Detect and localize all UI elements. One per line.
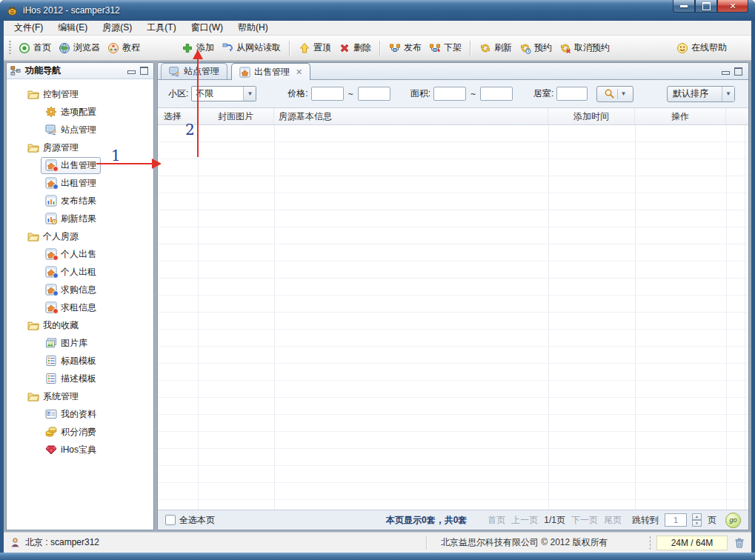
tree-label: 图片库 xyxy=(61,337,87,350)
sort-select[interactable]: 默认排序 ▼ xyxy=(667,86,735,102)
sidebar-item-personal-rent[interactable]: 个人出租 xyxy=(7,263,153,281)
go-button[interactable]: go xyxy=(725,513,741,528)
sidebar-item-rent-management[interactable]: 出租管理 xyxy=(7,174,153,192)
restore-button[interactable] xyxy=(695,0,717,13)
trash-icon[interactable] xyxy=(734,537,745,549)
sidebar-item-my-favorites[interactable]: 我的收藏 xyxy=(7,316,153,334)
template-icon xyxy=(45,373,57,384)
sidebar-item-title-templates[interactable]: 标题模板 xyxy=(7,352,153,370)
sidebar-item-points-consumption[interactable]: 积分消费 xyxy=(7,423,153,441)
tree-label: 描述模板 xyxy=(61,373,96,385)
menu-tools[interactable]: 工具(T) xyxy=(139,21,183,35)
tree-label: 个人房源 xyxy=(43,230,79,243)
sidebar-item-option-config[interactable]: 选项配置 xyxy=(7,103,153,121)
sidebar-item-sale-management[interactable]: 出售管理 xyxy=(7,156,153,174)
publish-button[interactable]: 发布 xyxy=(385,39,425,56)
photos-icon xyxy=(45,337,57,349)
menu-window[interactable]: 窗口(W) xyxy=(184,21,230,35)
divider xyxy=(617,89,618,99)
pin-top-button[interactable]: 置顶 xyxy=(295,39,335,56)
panel-maximize-icon[interactable] xyxy=(140,67,148,75)
jump-page-input[interactable] xyxy=(665,513,687,527)
sidebar-item-system-management[interactable]: 系统管理 xyxy=(7,387,153,405)
panel-minimize-icon[interactable] xyxy=(722,71,730,75)
sidebar-item-buy-requests[interactable]: 求购信息 xyxy=(7,281,153,299)
folder-icon xyxy=(27,88,39,100)
menu-bar: 文件(F) 编辑(E) 房源(S) 工具(T) 窗口(W) 帮助(H) xyxy=(4,21,751,36)
delete-label: 删除 xyxy=(353,41,371,54)
takedown-icon xyxy=(429,42,441,54)
column-basic-info[interactable]: 房源基本信息 xyxy=(274,108,548,124)
menu-edit[interactable]: 编辑(E) xyxy=(50,21,95,35)
home-button[interactable]: 首页 xyxy=(15,39,55,56)
first-page-link[interactable]: 首页 xyxy=(488,514,505,527)
chevron-down-icon: ▼ xyxy=(722,87,734,101)
cancel-reserve-button[interactable]: 取消预约 xyxy=(556,39,613,56)
menu-help[interactable]: 帮助(H) xyxy=(230,21,276,35)
prev-page-link[interactable]: 上一页 xyxy=(511,514,538,527)
tree-label: 积分消费 xyxy=(61,426,96,439)
sidebar-item-ihos-handbook[interactable]: iHos宝典 xyxy=(7,441,153,459)
column-cover-image[interactable]: 封面图片 xyxy=(198,108,274,124)
takedown-label: 下架 xyxy=(444,41,462,54)
sidebar-item-listing-management[interactable]: 房源管理 xyxy=(7,139,153,156)
menu-listings[interactable]: 房源(S) xyxy=(95,21,139,35)
online-help-button[interactable]: 在线帮助 xyxy=(673,39,731,56)
sidebar-item-refresh-results[interactable]: 刷新结果 xyxy=(7,210,153,227)
sidebar-item-my-profile[interactable]: 我的资料 xyxy=(7,405,153,423)
price-min-input[interactable] xyxy=(311,87,344,101)
tilde-separator: ~ xyxy=(470,89,476,99)
tab-sale-management[interactable]: 出售管理 ✕ xyxy=(231,63,310,80)
column-select[interactable]: 选择 xyxy=(158,108,198,124)
coins-icon xyxy=(45,426,57,438)
sidebar-item-image-library[interactable]: 图片库 xyxy=(7,334,153,352)
sidebar-item-site-management[interactable]: 站点管理 xyxy=(7,121,153,139)
community-select[interactable]: 不限 ▼ xyxy=(191,86,256,101)
tutorial-button[interactable]: 教程 xyxy=(104,39,144,56)
refresh-icon xyxy=(479,42,491,54)
tab-site-management[interactable]: 站点管理 xyxy=(161,63,227,79)
add-button[interactable]: 添加 xyxy=(178,39,218,56)
page-summary: 本页显示0套，共0套 xyxy=(386,514,467,527)
close-button[interactable]: ✕ xyxy=(717,0,748,13)
chart-clock-icon xyxy=(45,213,57,224)
search-button[interactable]: ▼ xyxy=(596,86,633,102)
menu-file[interactable]: 文件(F) xyxy=(7,21,50,35)
jump-spinner[interactable]: ▲▼ xyxy=(692,513,702,527)
area-max-input[interactable] xyxy=(480,87,513,101)
sidebar-item-description-templates[interactable]: 描述模板 xyxy=(7,370,153,387)
tab-close-icon[interactable]: ✕ xyxy=(296,67,302,77)
tab-strip: 站点管理 出售管理 ✕ xyxy=(158,63,748,80)
sidebar-item-personal-listings[interactable]: 个人房源 xyxy=(7,227,153,245)
column-operation[interactable]: 操作 xyxy=(635,108,726,124)
takedown-button[interactable]: 下架 xyxy=(425,39,465,56)
sidebar-item-rent-requests[interactable]: 求租信息 xyxy=(7,299,153,316)
select-all-checkbox[interactable] xyxy=(165,515,176,525)
title-bar: iHos 2012 - scamper312 ✕ xyxy=(0,0,755,21)
sidebar-item-personal-sale[interactable]: 个人出售 xyxy=(7,245,153,263)
area-min-input[interactable] xyxy=(433,87,466,101)
reserve-button[interactable]: 预约 xyxy=(516,39,556,56)
spinner-down-icon[interactable]: ▼ xyxy=(692,520,702,527)
sidebar-title: 功能导航 xyxy=(25,64,61,77)
panel-minimize-icon[interactable] xyxy=(127,70,136,74)
import-from-website-button[interactable]: 从网站读取 xyxy=(218,39,285,56)
cancel-reserve-label: 取消预约 xyxy=(574,41,610,54)
window-title: iHos 2012 - scamper312 xyxy=(23,5,120,16)
tree-label: 个人出租 xyxy=(61,266,96,279)
minimize-button[interactable] xyxy=(673,0,695,13)
delete-button[interactable]: 删除 xyxy=(335,39,375,56)
spinner-up-icon[interactable]: ▲ xyxy=(692,513,702,520)
last-page-link[interactable]: 尾页 xyxy=(604,514,622,527)
price-max-input[interactable] xyxy=(358,87,390,101)
refresh-button[interactable]: 刷新 xyxy=(476,39,516,56)
status-dashed-divider xyxy=(650,536,651,550)
sidebar-item-publish-results[interactable]: 发布结果 xyxy=(7,192,153,210)
next-page-link[interactable]: 下一页 xyxy=(571,514,598,527)
rooms-input[interactable] xyxy=(556,87,588,101)
column-add-time[interactable]: 添加时间 xyxy=(548,108,635,124)
panel-maximize-icon[interactable] xyxy=(734,67,742,76)
browser-button[interactable]: 浏览器 xyxy=(55,39,104,56)
house-sale-icon xyxy=(45,159,57,171)
sidebar-item-control-management[interactable]: 控制管理 xyxy=(7,85,153,103)
